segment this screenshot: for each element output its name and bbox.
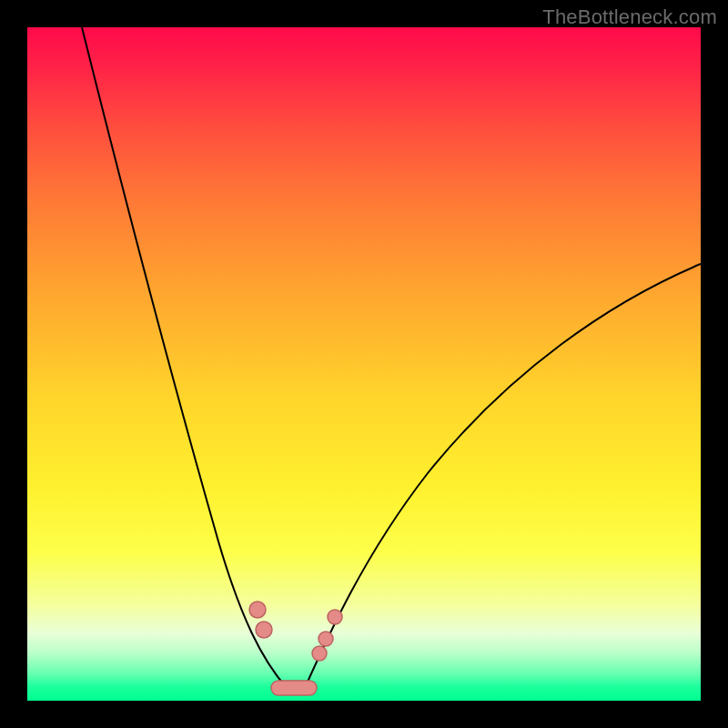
curves-svg: [27, 27, 701, 701]
marker-dot: [328, 610, 342, 624]
right-curve: [305, 264, 701, 688]
marker-dot: [249, 602, 266, 618]
chart-frame: TheBottleneck.com: [0, 0, 728, 728]
marker-dot: [312, 646, 327, 661]
watermark-text: TheBottleneck.com: [542, 5, 717, 29]
plot-area: [27, 27, 701, 701]
left-curve: [82, 27, 287, 688]
marker-bottom-bar: [271, 681, 317, 695]
marker-dot: [256, 622, 272, 638]
marker-dot: [318, 632, 333, 646]
